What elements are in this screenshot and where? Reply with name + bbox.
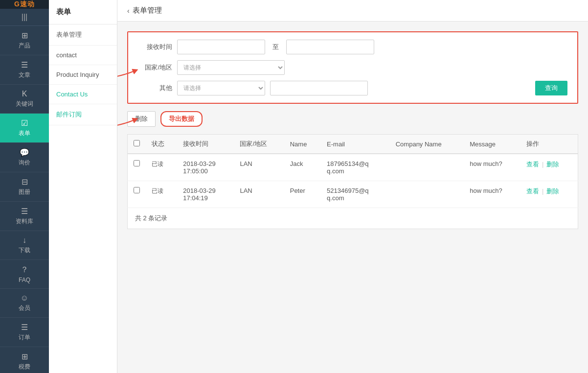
sidebar-item-forms[interactable]: ☑ 表单 [0,114,49,143]
download-icon: ↓ [23,236,26,245]
other-select[interactable]: 请选择 [177,81,265,95]
sub-sidebar: 表单 表单管理 contact Product Inquiry Contact … [49,0,117,373]
sidebar: G速动 ||| ⊞ 产品 ☰ 文章 K 关键词 ☑ 表单 💬 询价 ⊟ 图册 ☰… [0,0,49,373]
row-status: 已读 [146,154,177,181]
row-message: how much? [464,154,520,181]
row-name: Peter [284,181,321,208]
table-row: 已读 2018-03-29 17:04:19 LAN Peter 5213469… [128,181,578,208]
filter-row-country: 国家/地区 请选择 [138,60,567,75]
table-row: 已读 2018-03-29 17:05:00 LAN Jack 18796513… [128,154,578,181]
row-checkbox[interactable] [134,160,140,166]
collapse-icon: ||| [22,13,27,21]
view-link[interactable]: 查看 [526,161,539,168]
filter-row-time: 接收时间 至 [138,40,567,54]
col-country: 国家/地区 [234,135,284,154]
start-date-input[interactable] [177,40,265,54]
row-time: 2018-03-29 17:04:19 [177,181,234,208]
col-name: Name [284,135,321,154]
filter-arrow-svg [117,70,138,85]
products-icon: ⊞ [22,31,28,40]
logo: G速动 [0,0,49,9]
page-header: ‹ 表单管理 [117,0,588,22]
row-checkbox[interactable] [134,187,140,193]
export-button[interactable]: 导出数据 [160,111,203,127]
row-country: LAN [234,154,284,181]
sub-sidebar-item-contact-us[interactable]: Contact Us [49,85,117,104]
sub-sidebar-item-product-inquiry[interactable]: Product Inquiry [49,65,117,85]
view-link[interactable]: 查看 [526,187,539,195]
row-time: 2018-03-29 17:05:00 [177,154,234,181]
col-message: Message [464,135,520,154]
col-receive-time: 接收时间 [177,135,234,154]
inquiry-icon: 💬 [20,148,29,157]
row-email: 187965134@q q.com [321,154,390,181]
sidebar-item-label: 图册 [19,188,30,196]
keywords-icon: K [22,90,27,98]
row-company [390,154,464,181]
action-divider: | [542,161,543,168]
sidebar-item-database[interactable]: ☰ 资料库 [0,202,49,231]
export-annotation: 导出数据 [117,117,138,132]
sidebar-item-faq[interactable]: ？ FAQ [0,260,49,289]
row-checkbox-cell [128,181,146,208]
sidebar-item-albums[interactable]: ⊟ 图册 [0,172,49,202]
filter-annotation: 筛选条件 [117,70,138,85]
filter-box: 接收时间 至 国家/地区 请选择 其他 请选择 [127,31,578,104]
row-email: 521346975@q q.com [321,181,390,208]
sidebar-item-download[interactable]: ↓ 下载 [0,231,49,260]
col-checkbox [128,135,146,154]
sidebar-item-products[interactable]: ⊞ 产品 [0,26,49,55]
main-body: 接收时间 至 国家/地区 请选择 其他 请选择 [117,22,588,239]
country-select[interactable]: 请选择 [177,60,285,75]
col-company: Company Name [390,135,464,154]
annotation-area: 接收时间 至 国家/地区 请选择 其他 请选择 [127,31,578,127]
collapse-button[interactable]: ||| [0,9,49,26]
sidebar-item-label: 会员 [19,304,30,312]
faq-icon: ？ [21,265,28,275]
data-table: 状态 接收时间 国家/地区 Name E-mail Company Name M… [127,134,578,208]
select-all-checkbox[interactable] [134,140,140,146]
sidebar-item-members[interactable]: ☺ 会员 [0,289,49,318]
row-status: 已读 [146,181,177,208]
sidebar-item-articles[interactable]: ☰ 文章 [0,55,49,85]
forms-icon: ☑ [21,118,28,128]
col-email: E-mail [321,135,390,154]
col-status: 状态 [146,135,177,154]
sub-sidebar-item-email-subscribe[interactable]: 邮件订阅 [49,104,117,125]
row-actions: 查看 | 删除 [520,154,578,181]
receive-time-label: 接收时间 [138,43,172,51]
row-actions: 查看 | 删除 [520,181,578,208]
country-label: 国家/地区 [138,63,172,72]
articles-icon: ☰ [21,60,28,70]
delete-link[interactable]: 删除 [546,161,559,168]
sidebar-item-label: FAQ [19,277,30,283]
orders-icon: ☰ [21,323,28,332]
sidebar-item-tax[interactable]: ⊞ 税费 [0,347,49,373]
sidebar-item-inquiry[interactable]: 💬 询价 [0,143,49,172]
sidebar-item-label: 产品 [19,42,30,50]
breadcrumb-arrow: ‹ [127,7,130,15]
sidebar-item-label: 关键词 [16,100,33,108]
row-company [390,181,464,208]
sidebar-item-label: 资料库 [16,217,33,226]
to-label: 至 [270,43,281,51]
sub-sidebar-item-contact[interactable]: contact [49,46,117,65]
members-icon: ☺ [21,294,28,303]
sub-sidebar-item-form-manage[interactable]: 表单管理 [49,24,117,46]
end-date-input[interactable] [286,40,374,54]
action-divider: | [542,187,543,195]
database-icon: ☰ [21,207,28,216]
sidebar-item-label: 询价 [19,159,30,167]
sidebar-item-label: 文章 [19,71,30,79]
sidebar-item-label: 订单 [19,333,30,342]
sidebar-item-label: 税费 [19,363,30,371]
tax-icon: ⊞ [22,352,28,361]
filter-row-other: 其他 请选择 查询 [138,81,567,95]
sidebar-item-orders[interactable]: ☰ 订单 [0,318,49,347]
delete-link[interactable]: 删除 [546,187,559,195]
sidebar-item-keywords[interactable]: K 关键词 [0,85,49,114]
query-button[interactable]: 查询 [535,81,567,95]
main-content: ‹ 表单管理 接收时间 至 国家/地区 请选择 [117,0,588,373]
row-name: Jack [284,154,321,181]
other-text-input[interactable] [270,81,368,95]
